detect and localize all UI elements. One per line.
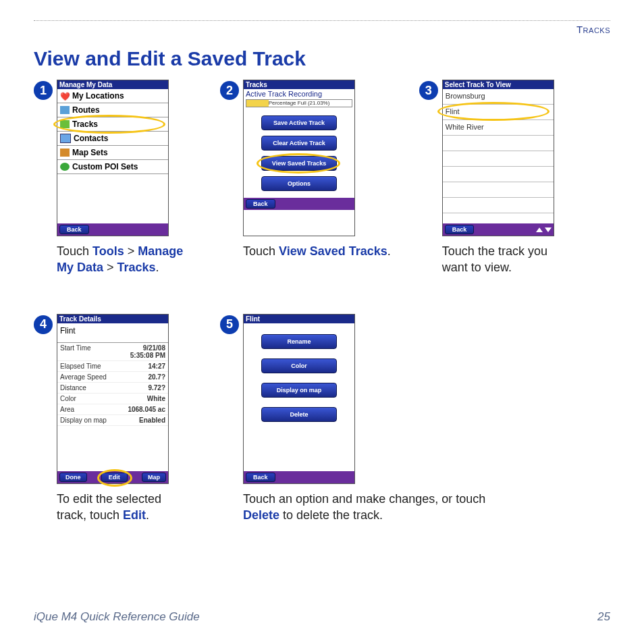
percentage-fill: [246, 100, 269, 107]
step-1: 1 Manage My Data ❤️My Locations Routes T…: [34, 80, 192, 276]
item-label: My Locations: [72, 91, 124, 101]
caption-text: Touch: [243, 244, 279, 258]
page-title: View and Edit a Saved Track: [34, 47, 610, 70]
back-button[interactable]: Back: [246, 473, 275, 482]
detail-row: Average Speed20.7?: [57, 372, 168, 383]
button-label: View Saved Tracks: [272, 160, 326, 167]
screen-title: Manage My Data: [57, 80, 168, 89]
step-5: 5 Flint Rename Color Display on map Dele…: [220, 314, 500, 524]
subtitle: Active Track Recording: [244, 89, 354, 99]
caption-text: .: [387, 244, 391, 258]
header-divider: [34, 20, 610, 21]
item-label: Tracks: [72, 119, 98, 129]
detail-value: White: [147, 395, 165, 402]
list-item[interactable]: Custom POI Sets: [57, 160, 168, 174]
track-item-empty: [443, 198, 554, 213]
detail-value: Enabled: [139, 417, 165, 424]
list-item[interactable]: Routes: [57, 103, 168, 117]
caption-text: Touch: [57, 244, 92, 258]
delete-button[interactable]: Delete: [261, 407, 337, 422]
detail-label: Area: [60, 406, 74, 413]
item-label: Custom POI Sets: [72, 162, 138, 171]
detail-row: Elapsed Time14:27: [57, 361, 168, 372]
caption-text: to delete the track.: [279, 508, 383, 522]
screen-manage-my-data: Manage My Data ❤️My Locations Routes Tra…: [57, 80, 169, 236]
track-name: White River: [446, 123, 484, 131]
edit-button[interactable]: Edit: [101, 473, 128, 482]
screen-footer: Back: [443, 223, 554, 236]
track-name-field[interactable]: Flint: [57, 323, 168, 343]
screen-tracks: Tracks Active Track Recording Percentage…: [243, 80, 355, 236]
back-button[interactable]: Back: [445, 225, 475, 234]
detail-row: Start Time9/21/08 5:35:08 PM: [57, 343, 168, 361]
track-item-empty: [443, 136, 554, 151]
step-4-caption: To edit the selected track, touch Edit.: [57, 491, 192, 524]
poi-icon: [60, 163, 70, 171]
step-2-caption: Touch View Saved Tracks.: [243, 243, 391, 259]
screen-footer: Back: [57, 223, 168, 236]
steps-row-1: 1 Manage My Data ❤️My Locations Routes T…: [34, 80, 610, 276]
display-on-map-button[interactable]: Display on map: [261, 383, 337, 398]
list-item[interactable]: Contacts: [57, 132, 168, 146]
screen-title: Flint: [244, 315, 354, 323]
track-item[interactable]: White River: [443, 120, 554, 136]
color-button[interactable]: Color: [261, 358, 337, 373]
screen-title: Track Details: [57, 315, 168, 323]
page-footer: iQue M4 Quick Reference Guide 25: [34, 610, 610, 624]
heart-icon: ❤️: [60, 92, 70, 100]
page-number: 25: [597, 610, 610, 624]
scroll-arrows[interactable]: [536, 227, 552, 232]
track-name: Brownsburg: [446, 92, 485, 100]
step-number-5: 5: [220, 315, 239, 334]
screen-footer: Done Edit Map: [57, 471, 168, 483]
step-1-caption: Touch Tools > Manage My Data > Tracks.: [57, 243, 192, 276]
caption-text: .: [156, 261, 159, 274]
screen-track-details: Track Details Flint Start Time9/21/08 5:…: [57, 314, 169, 484]
clear-active-track-button[interactable]: Clear Active Track: [261, 136, 337, 151]
screen-footer: Back: [244, 471, 354, 483]
detail-value: 1068.045 ac: [128, 406, 165, 413]
detail-value: 9.72?: [148, 384, 165, 392]
steps-row-2: 4 Track Details Flint Start Time9/21/08 …: [34, 314, 610, 524]
tracks-icon: [60, 120, 70, 128]
detail-label: Distance: [60, 384, 86, 392]
detail-row: ColorWhite: [57, 394, 168, 404]
caption-link: Delete: [243, 508, 279, 522]
arrow-up-icon: [536, 227, 543, 232]
done-button[interactable]: Done: [59, 473, 87, 482]
save-active-track-button[interactable]: Save Active Track: [261, 115, 337, 130]
detail-row: Area1068.045 ac: [57, 404, 168, 415]
list-item[interactable]: ❤️My Locations: [57, 89, 168, 103]
detail-label: Color: [60, 395, 76, 402]
caption-link: View Saved Tracks: [279, 244, 387, 258]
list-item[interactable]: Tracks: [57, 117, 168, 132]
caption-text: Touch an option and make changes, or tou…: [243, 492, 485, 506]
caption-text: .: [146, 508, 149, 522]
route-icon: [60, 106, 70, 114]
detail-row: Display on mapEnabled: [57, 415, 168, 426]
caption-text: >: [124, 244, 138, 258]
detail-label: Start Time: [60, 344, 91, 359]
track-item-empty: [443, 151, 554, 167]
list-item[interactable]: Map Sets: [57, 146, 168, 160]
rename-button[interactable]: Rename: [261, 334, 337, 349]
track-item[interactable]: Brownsburg: [443, 89, 554, 105]
back-button[interactable]: Back: [59, 225, 89, 234]
screen-select-track: Select Track To View Brownsburg Flint Wh…: [442, 80, 554, 236]
track-item[interactable]: Flint: [443, 105, 554, 120]
options-button[interactable]: Options: [261, 176, 337, 191]
step-number-4: 4: [34, 315, 53, 334]
caption-text: >: [103, 261, 117, 274]
percentage-bar: Percentage Full (21.03%): [246, 99, 352, 107]
view-saved-tracks-button[interactable]: View Saved Tracks: [261, 156, 337, 171]
detail-label: Display on map: [60, 417, 107, 424]
map-button[interactable]: Map: [142, 473, 166, 482]
item-label: Contacts: [74, 134, 108, 143]
step-number-2: 2: [220, 81, 239, 100]
detail-label: Average Speed: [60, 373, 107, 381]
step-number-3: 3: [419, 81, 438, 100]
step-5-caption: Touch an option and make changes, or tou…: [243, 491, 500, 524]
screen-edit-track: Flint Rename Color Display on map Delete…: [243, 314, 355, 484]
contacts-icon: [60, 134, 71, 143]
back-button[interactable]: Back: [246, 199, 275, 209]
